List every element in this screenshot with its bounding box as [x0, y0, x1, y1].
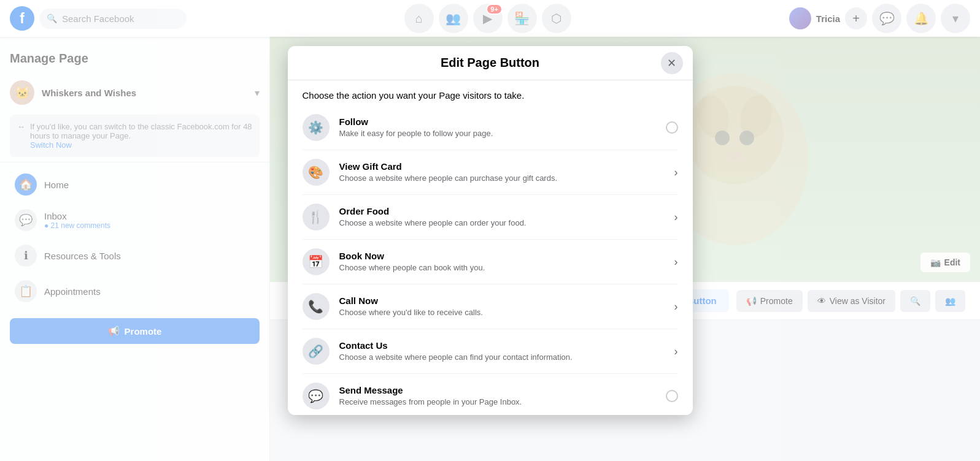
call-now-title: Call Now	[339, 295, 665, 306]
gift-card-text: View Gift Card Choose a website where pe…	[339, 161, 665, 184]
follow-icon: ⚙️	[303, 114, 330, 141]
send-message-text: Send Message Receive messages from peopl…	[339, 385, 656, 408]
contact-us-desc: Choose a website where people can find y…	[339, 352, 665, 363]
modal-close-button[interactable]: ✕	[661, 52, 683, 74]
modal-header: Edit Page Button ✕	[288, 46, 693, 80]
order-food-desc: Choose a website where people can order …	[339, 218, 665, 229]
send-message-desc: Receive messages from people in your Pag…	[339, 397, 656, 408]
follow-text: Follow Make it easy for people to follow…	[339, 116, 656, 139]
follow-title: Follow	[339, 116, 656, 127]
book-now-title: Book Now	[339, 251, 665, 261]
option-send-message[interactable]: 💬 Send Message Receive messages from peo…	[303, 374, 678, 415]
order-food-icon: 🍴	[303, 204, 330, 230]
book-now-chevron-icon: ›	[674, 256, 678, 269]
follow-radio[interactable]	[666, 121, 678, 134]
modal-subtitle: Choose the action you want your Page vis…	[288, 80, 693, 105]
edit-page-button-modal: Edit Page Button ✕ Choose the action you…	[288, 46, 693, 415]
option-gift-card[interactable]: 🎨 View Gift Card Choose a website where …	[303, 150, 678, 195]
contact-us-text: Contact Us Choose a website where people…	[339, 340, 665, 363]
book-now-icon: 📅	[303, 248, 330, 275]
book-now-desc: Choose where people can book with you.	[339, 262, 665, 273]
option-follow[interactable]: ⚙️ Follow Make it easy for people to fol…	[303, 105, 678, 150]
send-message-title: Send Message	[339, 385, 656, 395]
gift-card-title: View Gift Card	[339, 161, 665, 172]
follow-desc: Make it easy for people to follow your p…	[339, 128, 656, 139]
option-contact-us[interactable]: 🔗 Contact Us Choose a website where peop…	[303, 329, 678, 374]
gift-card-desc: Choose a website where people can purcha…	[339, 173, 665, 184]
contact-us-chevron-icon: ›	[674, 345, 678, 358]
call-now-text: Call Now Choose where you'd like to rece…	[339, 295, 665, 318]
gift-card-icon: 🎨	[303, 159, 330, 186]
order-food-chevron-icon: ›	[674, 211, 678, 224]
option-order-food[interactable]: 🍴 Order Food Choose a website where peop…	[303, 195, 678, 240]
book-now-text: Book Now Choose where people can book wi…	[339, 251, 665, 273]
order-food-text: Order Food Choose a website where people…	[339, 206, 665, 229]
contact-us-title: Contact Us	[339, 340, 665, 351]
option-book-now[interactable]: 📅 Book Now Choose where people can book …	[303, 240, 678, 284]
option-call-now[interactable]: 📞 Call Now Choose where you'd like to re…	[303, 284, 678, 329]
modal-title: Edit Page Button	[441, 56, 539, 70]
send-message-radio[interactable]	[666, 390, 678, 402]
call-now-chevron-icon: ›	[674, 300, 678, 313]
order-food-title: Order Food	[339, 206, 665, 216]
modal-overlay[interactable]: Edit Page Button ✕ Choose the action you…	[0, 0, 980, 461]
call-now-icon: 📞	[303, 293, 330, 320]
send-message-icon: 💬	[303, 383, 330, 410]
modal-body: ⚙️ Follow Make it easy for people to fol…	[288, 105, 693, 415]
contact-us-icon: 🔗	[303, 338, 330, 365]
call-now-desc: Choose where you'd like to receive calls…	[339, 307, 665, 318]
gift-card-chevron-icon: ›	[674, 166, 678, 179]
